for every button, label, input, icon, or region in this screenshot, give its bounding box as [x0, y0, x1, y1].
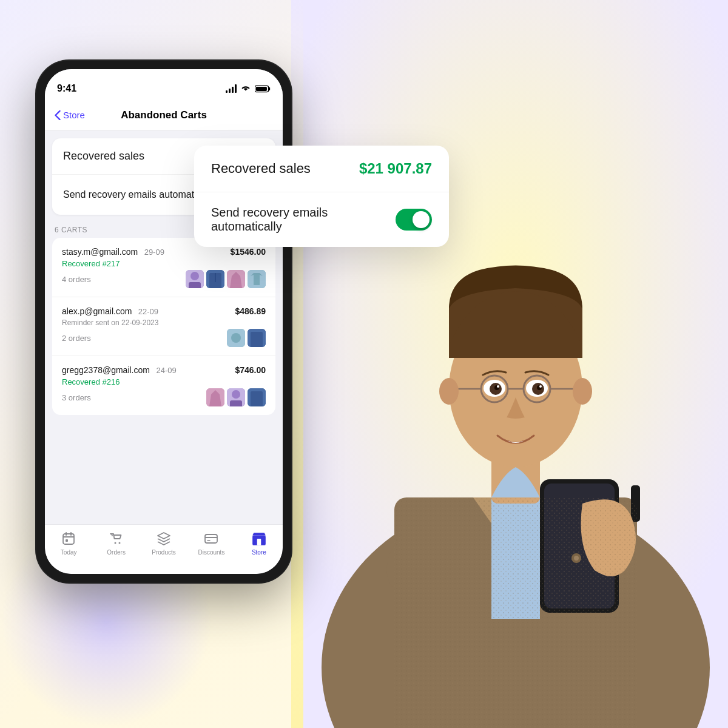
cart-thumbnails: [206, 388, 266, 406]
battery-icon: [255, 85, 271, 93]
carts-list: stasy.m@gmail.com 29-09 $1546.00 Recover…: [52, 238, 275, 415]
cart-date: 29-09: [144, 248, 164, 257]
tab-today-label: Today: [61, 549, 77, 556]
cart-status: Reminder sent on 22-09-2023: [62, 318, 266, 327]
navigation-bar: Store Abandoned Carts: [45, 99, 283, 131]
nav-title: Abandoned Carts: [121, 109, 207, 121]
product-thumb: [227, 388, 245, 406]
back-button[interactable]: Store: [55, 110, 85, 120]
cart-email: alex.p@gmail.com: [62, 306, 132, 316]
product-thumb: [248, 270, 266, 288]
product-thumb: [248, 388, 266, 406]
svg-point-49: [231, 333, 241, 343]
tab-store-label: Store: [252, 549, 266, 556]
person-illustration: [303, 0, 728, 728]
tab-discounts[interactable]: Discounts: [187, 531, 235, 556]
signal-icon: [226, 84, 237, 93]
product-thumb: [248, 329, 266, 347]
product-thumb: [227, 270, 245, 288]
svg-point-25: [573, 378, 592, 405]
svg-point-55: [232, 390, 240, 399]
today-icon: [61, 531, 76, 547]
tab-products-label: Products: [152, 549, 175, 556]
tab-orders[interactable]: Orders: [92, 531, 140, 556]
tab-orders-label: Orders: [107, 549, 126, 556]
svg-rect-32: [394, 497, 637, 728]
phone-screen: 9:41: [45, 69, 283, 574]
cart-amount: $746.00: [235, 365, 266, 375]
cart-thumbnails: [186, 270, 266, 288]
cart-thumbnails: [227, 329, 266, 347]
product-thumb: [186, 270, 204, 288]
cart-date: 24-09: [156, 366, 176, 375]
wifi-icon: [240, 84, 251, 93]
svg-rect-58: [251, 391, 263, 406]
svg-point-34: [574, 556, 579, 561]
svg-point-18: [539, 385, 542, 388]
cart-date: 22-09: [138, 307, 158, 316]
cart-orders: 4 orders: [62, 275, 91, 284]
discounts-icon: [203, 531, 219, 547]
cart-amount: $486.89: [235, 306, 266, 316]
svg-rect-63: [66, 539, 68, 542]
products-icon: [156, 531, 172, 547]
tab-today[interactable]: Today: [45, 531, 92, 556]
cart-item[interactable]: gregg2378@gmail.com 24-09 $746.00 Recove…: [52, 356, 275, 415]
person-background: [291, 0, 728, 728]
floating-sales-label: Recovered sales: [211, 161, 311, 177]
product-thumb: [206, 388, 224, 406]
cart-amount: $1546.00: [231, 247, 266, 257]
back-chevron-icon: [55, 110, 61, 120]
svg-rect-51: [251, 332, 263, 347]
cart-orders: 2 orders: [62, 334, 91, 343]
floating-toggle-knob: [413, 211, 430, 228]
svg-point-24: [439, 378, 459, 405]
svg-rect-37: [256, 87, 267, 91]
floating-auto-email-toggle[interactable]: [396, 209, 432, 231]
status-icons: [226, 84, 271, 93]
cart-email: stasy.m@gmail.com: [62, 247, 138, 257]
svg-rect-40: [189, 282, 201, 288]
svg-rect-36: [269, 87, 271, 90]
back-label: Store: [63, 110, 85, 120]
cart-item[interactable]: alex.p@gmail.com 22-09 $486.89 Reminder …: [52, 297, 275, 356]
product-thumb: [227, 329, 245, 347]
floating-sales-amount: $21 907.87: [359, 160, 432, 177]
svg-point-39: [190, 272, 199, 280]
svg-point-17: [497, 385, 499, 388]
store-icon: [251, 531, 267, 547]
orders-icon: [109, 531, 124, 547]
tab-bar: Today Orders: [45, 524, 283, 574]
status-bar: 9:41: [45, 69, 283, 99]
cart-orders: 3 orders: [62, 393, 91, 402]
tab-discounts-label: Discounts: [198, 549, 224, 556]
svg-rect-70: [257, 539, 261, 545]
phone-body: 9:41: [36, 61, 291, 582]
svg-rect-59: [63, 534, 74, 544]
tab-products[interactable]: Products: [140, 531, 187, 556]
product-thumb: [206, 270, 224, 288]
svg-point-64: [114, 542, 116, 544]
status-time: 9:41: [57, 83, 76, 94]
floating-sales-row: Recovered sales $21 907.87: [194, 146, 449, 192]
cart-email: gregg2378@gmail.com: [62, 365, 150, 375]
recovery-toggle-label: Send recovery emails automatically: [63, 189, 216, 200]
tab-store[interactable]: Store: [235, 531, 283, 556]
floating-toggle-row[interactable]: Send recovery emails automatically: [194, 192, 449, 247]
cart-status: Recovered #217: [62, 259, 266, 268]
phone-mockup: 9:41: [36, 61, 291, 582]
svg-rect-56: [230, 400, 242, 406]
floating-recovery-card: Recovered sales $21 907.87 Send recovery…: [194, 146, 449, 247]
floating-toggle-label: Send recovery emails automatically: [211, 206, 396, 234]
svg-point-65: [118, 542, 120, 544]
recovery-sales-label: Recovered sales: [63, 150, 144, 163]
cart-status: Recovered #216: [62, 377, 266, 386]
svg-rect-66: [205, 534, 217, 543]
